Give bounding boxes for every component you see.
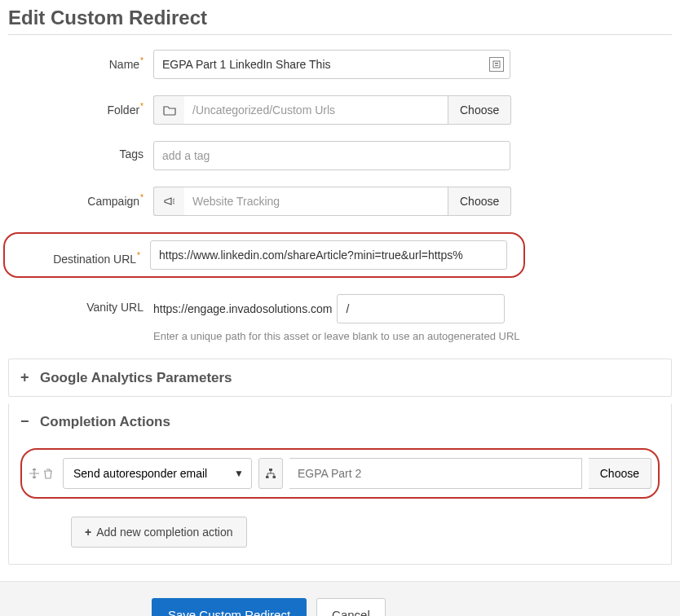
section-ga-params: + Google Analytics Parameters (8, 359, 672, 397)
plus-icon: + (85, 526, 91, 539)
section-completion-title: Completion Actions (40, 414, 170, 430)
label-campaign: Campaign* (8, 187, 153, 208)
row-folder: Folder* Choose (8, 95, 672, 125)
svg-rect-5 (273, 476, 276, 478)
campaign-input[interactable] (184, 187, 448, 216)
svg-rect-0 (493, 61, 500, 68)
completion-highlight: ▼ Choose (20, 448, 660, 499)
campaign-choose-button[interactable]: Choose (448, 187, 511, 216)
completion-action-select[interactable] (63, 458, 252, 489)
row-tags: Tags (8, 141, 672, 170)
save-button[interactable]: Save Custom Redirect (152, 598, 307, 616)
svg-rect-1 (495, 63, 498, 64)
completion-target-input[interactable] (289, 458, 582, 489)
tags-input[interactable] (153, 141, 510, 170)
svg-rect-4 (266, 476, 269, 478)
minus-icon: − (20, 413, 32, 430)
sitemap-icon[interactable] (258, 458, 283, 489)
trash-icon[interactable] (43, 468, 53, 479)
row-destination: Destination URL* (8, 232, 672, 278)
svg-rect-3 (269, 469, 272, 471)
vanity-input[interactable] (337, 294, 505, 323)
label-tags: Tags (8, 141, 153, 161)
row-name: Name* (8, 50, 672, 79)
cancel-button[interactable]: Cancel (316, 598, 386, 616)
svg-rect-2 (495, 65, 498, 66)
destination-input[interactable] (150, 240, 507, 270)
label-name: Name* (8, 50, 153, 71)
completion-row-tools (29, 468, 56, 479)
section-ga-header[interactable]: + Google Analytics Parameters (9, 359, 671, 396)
section-ga-title: Google Analytics Parameters (40, 370, 232, 386)
plus-icon: + (20, 369, 32, 386)
contact-card-icon[interactable] (489, 57, 504, 72)
add-completion-action-button[interactable]: + Add new completion action (71, 517, 247, 548)
megaphone-icon (153, 187, 184, 216)
vanity-hint: Enter a unique path for this asset or le… (153, 330, 520, 342)
row-campaign: Campaign* Choose (8, 187, 672, 216)
add-completion-label: Add new completion action (96, 526, 232, 539)
move-icon[interactable] (29, 468, 40, 479)
destination-highlight: Destination URL* (3, 232, 525, 278)
folder-input[interactable] (184, 95, 448, 125)
label-folder: Folder* (8, 95, 153, 117)
footer-bar: Save Custom Redirect Cancel (0, 581, 680, 616)
page-title: Edit Custom Redirect (8, 7, 672, 29)
label-vanity: Vanity URL (8, 294, 153, 314)
vanity-prefix: https://engage.invadosolutions.com (153, 302, 337, 315)
folder-choose-button[interactable]: Choose (448, 95, 511, 125)
label-destination: Destination URL* (10, 244, 150, 266)
row-vanity: Vanity URL https://engage.invadosolution… (8, 294, 672, 342)
folder-icon (153, 95, 184, 125)
completion-choose-button[interactable]: Choose (589, 458, 651, 489)
section-completion-header[interactable]: − Completion Actions (9, 403, 671, 440)
name-input[interactable] (153, 50, 510, 79)
section-completion: − Completion Actions ▼ (8, 403, 672, 565)
title-divider (8, 34, 672, 35)
